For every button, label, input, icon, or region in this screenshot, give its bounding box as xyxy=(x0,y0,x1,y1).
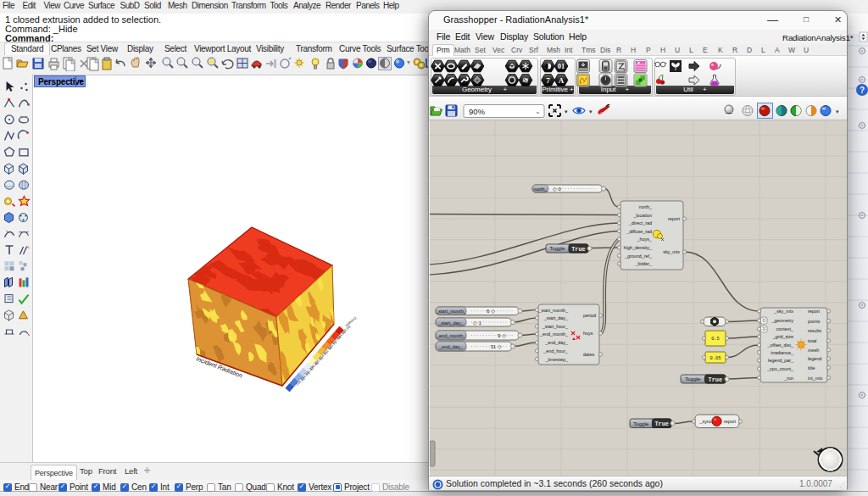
svg-text:irradiance_: irradiance_ xyxy=(771,350,794,355)
svg-text:90%: 90% xyxy=(469,107,486,116)
svg-text:7: 7 xyxy=(546,76,550,85)
svg-text:31 ◇: 31 ◇ xyxy=(490,343,501,349)
svg-text:context_: context_ xyxy=(776,326,794,332)
svg-text:◇ 1: ◇ 1 xyxy=(473,320,481,326)
svg-text:▾: ▾ xyxy=(565,109,568,114)
svg-text:0.05: 0.05 xyxy=(710,356,721,361)
svg-text:_offset_dist_: _offset_dist_ xyxy=(767,343,794,348)
svg-text:Toggle: Toggle xyxy=(685,376,701,382)
svg-text:_end_month_: _end_month_ xyxy=(539,332,569,337)
svg-text:_end_day_: _end_day_ xyxy=(544,340,569,345)
svg-text:title: title xyxy=(808,365,815,371)
svg-text:_run: _run xyxy=(783,376,793,381)
svg-text:_direct_rad: _direct_rad xyxy=(628,220,652,226)
svg-text:high_density_: high_density_ xyxy=(624,245,653,250)
svg-text:_cpu_count_: _cpu_count_ xyxy=(766,366,794,371)
svg-text:Toggle: Toggle xyxy=(550,245,566,251)
svg-text:mesh: mesh xyxy=(808,348,819,353)
svg-text:_sync: _sync xyxy=(698,419,711,424)
svg-text:legend_par_: legend_par_ xyxy=(768,358,794,363)
svg-text:01: 01 xyxy=(558,62,565,70)
svg-text:A: A xyxy=(559,76,565,85)
svg-text:report: report xyxy=(668,216,681,221)
svg-text:Toggle: Toggle xyxy=(633,421,649,426)
svg-text:6 ◇: 6 ◇ xyxy=(487,308,495,314)
svg-text:0.5: 0.5 xyxy=(711,337,720,342)
svg-text:True: True xyxy=(654,421,669,427)
svg-text:9 ◇: 9 ◇ xyxy=(498,332,506,338)
svg-text:_geometry: _geometry xyxy=(771,318,794,323)
svg-text:_hoys_: _hoys_ xyxy=(637,237,653,242)
svg-text:total: total xyxy=(808,338,816,343)
svg-text:_grid_size: _grid_size xyxy=(771,334,793,339)
svg-text:_folder_: _folder_ xyxy=(635,261,653,266)
svg-text:⌄: ⌄ xyxy=(535,108,541,115)
svg-text:_diffuse_rad: _diffuse_rad xyxy=(626,229,652,234)
svg-text:_start_month_: _start_month_ xyxy=(538,308,569,313)
svg-text:_sky_mtx: _sky_mtx xyxy=(773,309,793,314)
svg-text:north_: north_ xyxy=(534,187,548,192)
svg-text:_location: _location xyxy=(632,213,652,218)
svg-text:report: report xyxy=(808,309,821,314)
svg-text:_start_day_: _start_day_ xyxy=(543,315,569,320)
svg-text:points: points xyxy=(808,319,821,324)
svg-text:_end_hour_: _end_hour_ xyxy=(542,348,569,354)
svg-text:_start_hour_: _start_hour_ xyxy=(542,324,569,329)
svg-text:_start_day_: _start_day_ xyxy=(437,320,464,326)
svg-text:▾: ▾ xyxy=(589,109,593,114)
svg-text:_start_month_: _start_month_ xyxy=(435,309,467,314)
svg-text:legend: legend xyxy=(808,356,821,361)
svg-text:True: True xyxy=(571,246,586,253)
svg-text:_timestep_: _timestep_ xyxy=(545,357,569,362)
svg-text:hoys: hoys xyxy=(583,331,593,336)
svg-text:_ground_ref_: _ground_ref_ xyxy=(624,254,653,259)
svg-text:_end_month_: _end_month_ xyxy=(436,333,466,338)
svg-text:dates: dates xyxy=(583,352,594,357)
svg-text:True: True xyxy=(709,376,723,383)
svg-text:▾: ▾ xyxy=(836,109,839,114)
svg-text:?: ? xyxy=(860,86,865,95)
svg-text:north_: north_ xyxy=(639,204,653,209)
svg-text:report: report xyxy=(724,419,737,424)
svg-text:int_mtx: int_mtx xyxy=(808,376,823,381)
svg-text:sky_mtx: sky_mtx xyxy=(663,249,680,254)
svg-text:_end_day_: _end_day_ xyxy=(438,344,464,349)
svg-text:◇ 0: ◇ 0 xyxy=(553,186,561,192)
svg-text:period: period xyxy=(583,313,596,318)
svg-text:results: results xyxy=(808,328,821,333)
